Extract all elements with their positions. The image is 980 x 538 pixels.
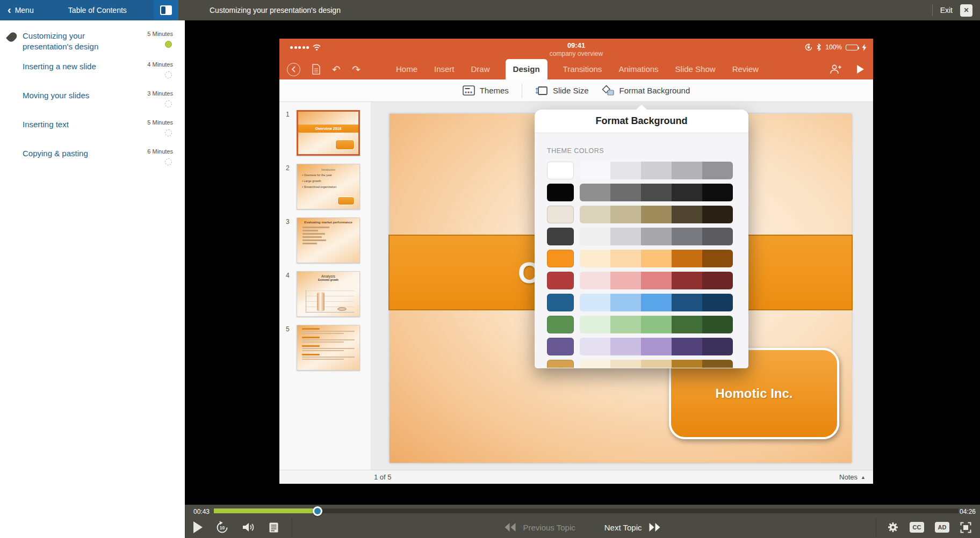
ribbon-tab-home[interactable]: Home [395,59,419,79]
color-swatch[interactable] [547,338,574,355]
color-swatch[interactable] [547,184,574,201]
color-swatch[interactable] [702,250,733,267]
ribbon-tab-animations[interactable]: Animations [617,59,659,79]
color-swatch[interactable] [702,360,733,368]
transcript-button[interactable] [269,522,279,533]
color-swatch[interactable] [580,206,610,223]
color-swatch[interactable] [610,272,641,289]
color-swatch[interactable] [547,228,574,245]
next-topic-button[interactable]: Next Topic [604,522,661,532]
color-swatch[interactable] [547,316,574,333]
color-swatch[interactable] [672,360,702,368]
color-swatch[interactable] [641,294,672,311]
color-swatch[interactable] [610,162,641,179]
previous-topic-button[interactable]: Previous Topic [503,522,575,532]
color-swatch[interactable] [610,360,641,368]
play-button[interactable] [193,521,203,533]
color-swatch[interactable] [580,316,610,333]
color-swatch[interactable] [610,316,641,333]
audio-description-button[interactable]: AD [935,522,949,533]
toc-item[interactable]: Customizing your presentation's design5 … [0,26,185,56]
slide-thumbnail-3[interactable]: Evaluating market performance [297,217,360,263]
exit-close-button[interactable]: ✕ [960,4,972,17]
themes-button[interactable]: Themes [463,85,509,96]
present-button[interactable] [856,64,864,74]
color-swatch[interactable] [547,162,574,179]
fullscreen-button[interactable] [960,522,971,533]
sidebar-toggle-button[interactable] [154,0,178,20]
color-swatch[interactable] [610,294,641,311]
toc-item[interactable]: Inserting a new slide4 Minutes [0,56,185,85]
color-swatch[interactable] [610,184,641,201]
undo-button[interactable]: ↶ [332,64,341,75]
color-swatch[interactable] [641,316,672,333]
color-swatch[interactable] [672,316,702,333]
color-swatch[interactable] [672,184,702,201]
progress-track[interactable] [214,508,959,513]
color-swatch[interactable] [672,272,702,289]
color-swatch[interactable] [672,250,702,267]
color-swatch[interactable] [610,228,641,245]
ribbon-tab-review[interactable]: Review [731,59,760,79]
color-swatch[interactable] [580,184,610,201]
color-swatch[interactable] [547,294,574,311]
color-swatch[interactable] [702,316,733,333]
ribbon-tab-draw[interactable]: Draw [470,59,491,79]
volume-button[interactable] [242,522,256,533]
color-swatch[interactable] [610,206,641,223]
color-swatch[interactable] [641,184,672,201]
color-swatch[interactable] [672,162,702,179]
color-swatch[interactable] [610,338,641,355]
slide-thumbnail-5[interactable] [297,325,360,370]
color-swatch[interactable] [641,228,672,245]
color-swatch[interactable] [580,162,610,179]
redo-button[interactable]: ↷ [352,64,361,75]
color-swatch[interactable] [547,360,574,368]
toc-item[interactable]: Inserting text5 Minutes [0,114,185,143]
ribbon-tab-transitions[interactable]: Transitions [562,59,603,79]
color-swatch[interactable] [610,250,641,267]
format-background-button[interactable]: Format Background [602,85,690,96]
color-swatch[interactable] [641,360,672,368]
color-swatch[interactable] [547,206,574,223]
color-swatch[interactable] [702,338,733,355]
color-swatch[interactable] [580,250,610,267]
slide-thumbnail-2[interactable]: Introduction• Overview for the year• Lar… [297,164,360,209]
back-button[interactable] [287,63,300,76]
color-swatch[interactable] [702,162,733,179]
color-swatch[interactable] [641,250,672,267]
color-swatch[interactable] [580,294,610,311]
color-swatch[interactable] [580,228,610,245]
color-swatch[interactable] [672,294,702,311]
notes-toggle[interactable]: Notes ▲ [839,473,866,481]
ribbon-tab-design[interactable]: Design [506,59,547,79]
color-swatch[interactable] [580,360,610,368]
color-swatch[interactable] [702,206,733,223]
color-swatch[interactable] [547,250,574,267]
color-swatch[interactable] [702,228,733,245]
ribbon-tab-slide-show[interactable]: Slide Show [674,59,717,79]
toc-item[interactable]: Moving your slides3 Minutes [0,85,185,114]
color-swatch[interactable] [641,162,672,179]
closed-captions-button[interactable]: CC [910,522,924,533]
color-swatch[interactable] [672,338,702,355]
color-swatch[interactable] [702,294,733,311]
share-button[interactable] [829,64,842,75]
slide-thumbnail-4[interactable]: AnalysisEconomic growth [297,271,360,317]
color-swatch[interactable] [672,206,702,223]
color-swatch[interactable] [641,272,672,289]
color-swatch[interactable] [641,338,672,355]
menu-button[interactable]: ‹ Menu [0,6,41,15]
color-swatch[interactable] [547,272,574,289]
progress-handle[interactable] [313,506,322,516]
color-swatch[interactable] [580,272,610,289]
rewind-10-button[interactable]: 10 [215,521,229,534]
color-swatch[interactable] [672,228,702,245]
color-swatch[interactable] [702,272,733,289]
color-swatch[interactable] [580,338,610,355]
ribbon-tab-insert[interactable]: Insert [433,59,456,79]
slide-size-button[interactable]: Slide Size [535,86,589,96]
color-swatch[interactable] [702,184,733,201]
settings-button[interactable] [887,521,899,533]
color-swatch[interactable] [641,206,672,223]
